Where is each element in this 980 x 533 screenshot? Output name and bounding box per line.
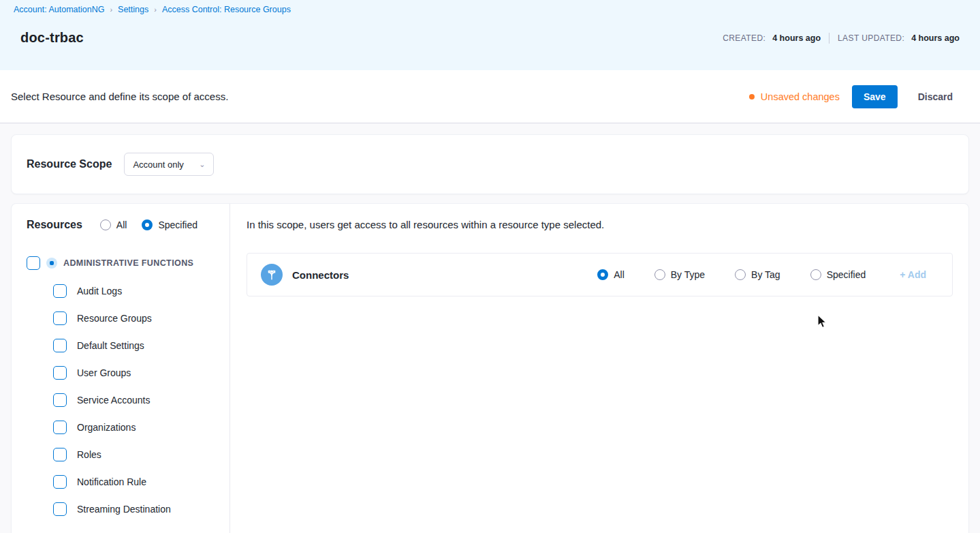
connectors-access-radio-group: All By Type By Tag Specified (597, 269, 866, 280)
resources-radio-specified-label: Specified (158, 219, 197, 230)
toolbar: Select Resource and define its scope of … (0, 70, 980, 123)
radio-selected-icon[interactable] (142, 219, 153, 230)
radio-icon[interactable] (735, 269, 746, 280)
breadcrumb-access-control-link[interactable]: Access Control: Resource Groups (162, 5, 291, 14)
resource-scope-select[interactable]: Account only ⌄ (124, 153, 214, 176)
tree-item[interactable]: Audit Logs (53, 277, 230, 305)
unsaved-changes-indicator: Unsaved changes (749, 91, 840, 102)
unsaved-changes-label: Unsaved changes (761, 91, 840, 102)
tree-item-label: Roles (77, 449, 101, 460)
tree-item[interactable]: Organizations (53, 414, 230, 441)
connectors-label: Connectors (292, 269, 349, 281)
connectors-radio-by-type-label: By Type (671, 269, 705, 280)
resources-sidebar: Resources All Specified ADMINIST (12, 204, 230, 533)
connectors-row: Connectors All By Type By Tag (247, 253, 953, 296)
resource-scope-title: Resource Scope (27, 158, 112, 170)
radio-selected-icon[interactable] (597, 269, 608, 280)
resources-tree: ADMINISTRATIVE FUNCTIONS Audit LogsResou… (27, 254, 230, 523)
item-checkbox[interactable] (53, 311, 67, 325)
connectors-radio-specified[interactable]: Specified (810, 269, 866, 280)
item-checkbox[interactable] (53, 393, 67, 407)
resources-radio-all[interactable]: All (100, 219, 127, 230)
item-checkbox[interactable] (53, 421, 67, 434)
tree-item-label: Notification Rule (77, 476, 146, 487)
tree-items: Audit LogsResource GroupsDefault Setting… (27, 277, 230, 523)
tree-item[interactable]: Default Settings (53, 332, 230, 359)
item-checkbox[interactable] (53, 502, 67, 516)
tree-item-label: Default Settings (77, 340, 144, 351)
last-updated-value: 4 hours ago (911, 33, 960, 43)
meta-divider (829, 33, 829, 44)
connectors-radio-specified-label: Specified (827, 269, 866, 280)
breadcrumb-account-link[interactable]: Account: AutomationNG (14, 5, 104, 14)
created-value: 4 hours ago (772, 33, 821, 43)
unsaved-dot-icon (749, 94, 755, 100)
tree-item-label: Organizations (77, 422, 136, 433)
created-label: CREATED: (723, 33, 765, 43)
breadcrumb-settings-link[interactable]: Settings (118, 5, 148, 14)
breadcrumb: Account: AutomationNG › Settings › Acces… (14, 3, 966, 16)
breadcrumb-separator-icon: › (154, 5, 157, 14)
group-checkbox[interactable] (27, 256, 40, 270)
resources-title: Resources (27, 219, 82, 231)
item-checkbox[interactable] (53, 366, 67, 380)
tree-item[interactable]: Resource Groups (53, 305, 230, 332)
tree-item[interactable]: Roles (53, 441, 230, 468)
resource-scope-selected-value: Account only (133, 159, 183, 170)
resources-radio-all-label: All (116, 219, 127, 230)
scope-info-text: In this scope, users get access to all r… (247, 219, 953, 230)
item-checkbox[interactable] (53, 339, 67, 352)
tree-item[interactable]: Notification Rule (53, 468, 230, 496)
chevron-down-icon: ⌄ (199, 160, 205, 169)
tree-item-label: Service Accounts (77, 395, 150, 406)
resources-mode-radio-group: All Specified (100, 219, 197, 230)
last-updated-label: LAST UPDATED: (838, 33, 904, 43)
radio-icon[interactable] (100, 219, 111, 230)
item-checkbox[interactable] (53, 284, 67, 298)
toolbar-description: Select Resource and define its scope of … (11, 91, 228, 102)
page-header: Account: AutomationNG › Settings › Acces… (0, 0, 980, 70)
resources-radio-specified[interactable]: Specified (142, 219, 197, 230)
page-title: doc-trbac (20, 30, 84, 46)
resource-scope-card: Resource Scope Account only ⌄ (11, 134, 969, 194)
item-checkbox[interactable] (53, 448, 67, 461)
add-button[interactable]: + Add (900, 269, 926, 280)
discard-button[interactable]: Discard (910, 85, 961, 108)
connectors-radio-by-tag[interactable]: By Tag (735, 269, 780, 280)
tree-item-label: Resource Groups (77, 313, 152, 324)
breadcrumb-separator-icon: › (110, 5, 112, 14)
connectors-radio-by-type[interactable]: By Type (654, 269, 705, 280)
group-label: ADMINISTRATIVE FUNCTIONS (63, 258, 193, 268)
tree-item-label: Streaming Destination (77, 504, 171, 515)
save-button[interactable]: Save (852, 85, 898, 108)
tree-item[interactable]: Service Accounts (53, 386, 230, 414)
tree-item[interactable]: Streaming Destination (53, 496, 230, 523)
connectors-radio-by-tag-label: By Tag (751, 269, 780, 280)
connectors-radio-all[interactable]: All (597, 269, 625, 280)
meta-info: CREATED: 4 hours ago LAST UPDATED: 4 hou… (723, 33, 960, 44)
scope-main-panel: In this scope, users get access to all r… (230, 204, 968, 533)
resources-card: Resources All Specified ADMINIST (11, 203, 969, 533)
radio-icon[interactable] (810, 269, 821, 280)
tree-item[interactable]: User Groups (53, 359, 230, 386)
connectors-icon (261, 264, 283, 286)
group-collapse-icon[interactable] (46, 258, 57, 269)
radio-icon[interactable] (654, 269, 665, 280)
tree-item-label: Audit Logs (77, 286, 122, 296)
tree-group-administrative-functions[interactable]: ADMINISTRATIVE FUNCTIONS (27, 254, 230, 272)
item-checkbox[interactable] (53, 475, 67, 489)
tree-item-label: User Groups (77, 367, 131, 378)
connectors-radio-all-label: All (614, 269, 625, 280)
